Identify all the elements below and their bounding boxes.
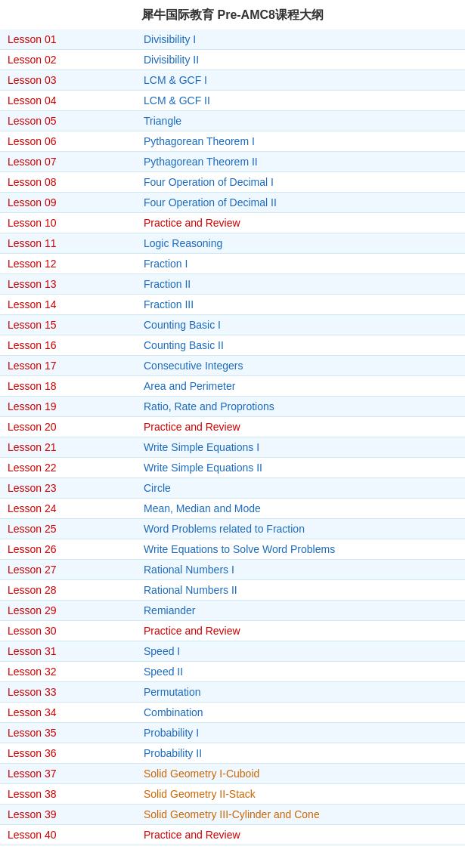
table-row: Lesson 25Word Problems related to Fracti… <box>0 519 465 539</box>
table-row: Lesson 11Logic Reasoning <box>0 233 465 254</box>
lesson-number: Lesson 11 <box>0 233 136 254</box>
lesson-number: Lesson 34 <box>0 703 136 723</box>
table-row: Lesson 10Practice and Review <box>0 213 465 233</box>
lesson-topic: Remiander <box>136 601 465 621</box>
table-row: Lesson 23Circle <box>0 478 465 499</box>
table-row: Lesson 05Triangle <box>0 111 465 131</box>
lesson-topic: Practice and Review <box>136 621 465 641</box>
lesson-topic: Fraction I <box>136 254 465 274</box>
lesson-number: Lesson 38 <box>0 784 136 805</box>
lesson-number: Lesson 09 <box>0 193 136 213</box>
lesson-topic: Write Equations to Solve Word Problems <box>136 539 465 560</box>
lesson-topic: Rational Numbers I <box>136 560 465 580</box>
table-row: Lesson 06Pythagorean Theorem I <box>0 131 465 152</box>
table-row: Lesson 03LCM & GCF I <box>0 70 465 91</box>
lesson-number: Lesson 08 <box>0 172 136 193</box>
table-row: Lesson 01Divisibility I <box>0 29 465 50</box>
table-row: Lesson 16Counting Basic II <box>0 335 465 356</box>
lesson-topic: Word Problems related to Fraction <box>136 519 465 539</box>
lesson-number: Lesson 26 <box>0 539 136 560</box>
lesson-number: Lesson 12 <box>0 254 136 274</box>
lesson-number: Lesson 23 <box>0 478 136 499</box>
lesson-topic: Consecutive Integers <box>136 356 465 376</box>
table-row: Lesson 13Fraction II <box>0 274 465 295</box>
table-row: Lesson 14Fraction III <box>0 295 465 315</box>
table-row: Lesson 36Probability II <box>0 743 465 764</box>
lesson-number: Lesson 03 <box>0 70 136 91</box>
lesson-topic: Fraction III <box>136 295 465 315</box>
lesson-topic: Rational Numbers II <box>136 580 465 601</box>
table-row: Lesson 08Four Operation of Decimal I <box>0 172 465 193</box>
lesson-number: Lesson 28 <box>0 580 136 601</box>
lesson-number: Lesson 18 <box>0 376 136 397</box>
lesson-number: Lesson 17 <box>0 356 136 376</box>
lesson-number: Lesson 36 <box>0 743 136 764</box>
lesson-topic: Counting Basic II <box>136 335 465 356</box>
table-row: Lesson 33Permutation <box>0 682 465 703</box>
lesson-topic: Four Operation of Decimal I <box>136 172 465 193</box>
table-row: Lesson 28Rational Numbers II <box>0 580 465 601</box>
lesson-topic: Practice and Review <box>136 417 465 437</box>
lesson-topic: Probability I <box>136 723 465 743</box>
lesson-number: Lesson 37 <box>0 764 136 784</box>
lesson-topic: Practice and Review <box>136 825 465 845</box>
table-row: Lesson 29Remiander <box>0 601 465 621</box>
lesson-topic: Practice and Review <box>136 213 465 233</box>
lesson-number: Lesson 16 <box>0 335 136 356</box>
lesson-topic: Area and Perimeter <box>136 376 465 397</box>
table-row: Lesson 21Write Simple Equations I <box>0 437 465 458</box>
lesson-number: Lesson 25 <box>0 519 136 539</box>
table-row: Lesson 04LCM & GCF II <box>0 91 465 111</box>
lesson-topic: Circle <box>136 478 465 499</box>
table-row: Lesson 37Solid Geometry I-Cuboid <box>0 764 465 784</box>
lesson-number: Lesson 22 <box>0 458 136 478</box>
table-row: Lesson 17Consecutive Integers <box>0 356 465 376</box>
lesson-number: Lesson 04 <box>0 91 136 111</box>
lesson-topic: Mean, Median and Mode <box>136 499 465 519</box>
lesson-number: Lesson 24 <box>0 499 136 519</box>
lesson-topic: Write Simple Equations I <box>136 437 465 458</box>
lesson-number: Lesson 39 <box>0 805 136 825</box>
lesson-number: Lesson 10 <box>0 213 136 233</box>
lesson-number: Lesson 19 <box>0 397 136 417</box>
lesson-number: Lesson 05 <box>0 111 136 131</box>
lesson-topic: LCM & GCF I <box>136 70 465 91</box>
lesson-topic: Divisibility II <box>136 50 465 70</box>
lesson-number: Lesson 01 <box>0 29 136 50</box>
lesson-number: Lesson 31 <box>0 641 136 662</box>
table-row: Lesson 18Area and Perimeter <box>0 376 465 397</box>
table-row: Lesson 12Fraction I <box>0 254 465 274</box>
lesson-number: Lesson 07 <box>0 152 136 172</box>
table-row: Lesson 32Speed II <box>0 662 465 682</box>
lesson-number: Lesson 21 <box>0 437 136 458</box>
lesson-number: Lesson 32 <box>0 662 136 682</box>
lesson-table: Lesson 01Divisibility ILesson 02Divisibi… <box>0 29 465 845</box>
table-row: Lesson 19Ratio, Rate and Proprotions <box>0 397 465 417</box>
lesson-topic: Solid Geometry I-Cuboid <box>136 764 465 784</box>
table-row: Lesson 15Counting Basic I <box>0 315 465 335</box>
lesson-topic: Four Operation of Decimal II <box>136 193 465 213</box>
lesson-number: Lesson 14 <box>0 295 136 315</box>
table-row: Lesson 20Practice and Review <box>0 417 465 437</box>
lesson-topic: Ratio, Rate and Proprotions <box>136 397 465 417</box>
lesson-topic: Speed I <box>136 641 465 662</box>
table-row: Lesson 26Write Equations to Solve Word P… <box>0 539 465 560</box>
page-title: 犀牛国际教育 Pre-AMC8课程大纲 <box>0 0 465 29</box>
table-row: Lesson 22Write Simple Equations II <box>0 458 465 478</box>
table-row: Lesson 39Solid Geometry III-Cylinder and… <box>0 805 465 825</box>
lesson-number: Lesson 20 <box>0 417 136 437</box>
lesson-number: Lesson 29 <box>0 601 136 621</box>
lesson-topic: Divisibility I <box>136 29 465 50</box>
lesson-topic: Solid Geometry III-Cylinder and Cone <box>136 805 465 825</box>
table-row: Lesson 40Practice and Review <box>0 825 465 845</box>
table-row: Lesson 09Four Operation of Decimal II <box>0 193 465 213</box>
lesson-number: Lesson 40 <box>0 825 136 845</box>
lesson-number: Lesson 13 <box>0 274 136 295</box>
table-row: Lesson 35Probability I <box>0 723 465 743</box>
lesson-topic: Counting Basic I <box>136 315 465 335</box>
lesson-topic: Pythagorean Theorem II <box>136 152 465 172</box>
lesson-topic: LCM & GCF II <box>136 91 465 111</box>
lesson-topic: Write Simple Equations II <box>136 458 465 478</box>
lesson-number: Lesson 06 <box>0 131 136 152</box>
lesson-number: Lesson 33 <box>0 682 136 703</box>
